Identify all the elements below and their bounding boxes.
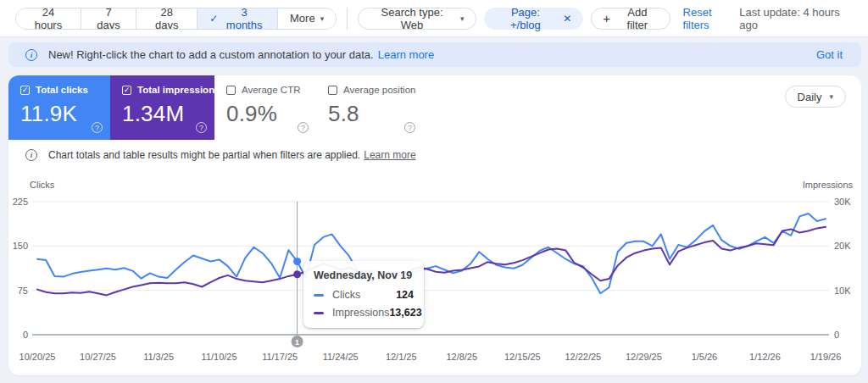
date-range-24-hours[interactable]: 24 hours <box>16 8 81 29</box>
help-icon[interactable]: ? <box>404 122 415 133</box>
svg-text:0: 0 <box>834 330 839 340</box>
metric-value: 0.9% <box>226 101 306 127</box>
date-range-28-days[interactable]: 28 days <box>136 8 197 29</box>
date-range-3-months[interactable]: ✓ 3 months <box>197 8 277 29</box>
note-learn-more-link[interactable]: Learn more <box>364 149 415 161</box>
svg-text:11/24/25: 11/24/25 <box>323 352 359 362</box>
help-icon[interactable]: ? <box>196 122 207 133</box>
metric-value: 11.9K <box>20 101 100 127</box>
tooltip-value: 124 <box>396 289 414 301</box>
tooltip-value: 13,623 <box>389 307 421 319</box>
svg-text:11/17/25: 11/17/25 <box>262 352 298 362</box>
svg-text:30K: 30K <box>834 197 851 207</box>
svg-text:1: 1 <box>295 338 299 347</box>
page-filter-chip[interactable]: Page: +/blog ✕ <box>484 8 584 30</box>
chart-tooltip: Wednesday, Nov 19 Clicks 124 Impressions… <box>303 261 424 328</box>
granularity-dropdown[interactable]: Daily ▾ <box>785 86 846 108</box>
tooltip-label: Impressions <box>332 307 389 319</box>
date-range-label: 3 months <box>223 8 265 30</box>
close-icon[interactable]: ✕ <box>563 13 571 25</box>
svg-text:10K: 10K <box>834 286 851 296</box>
note-text: Chart totals and table results might be … <box>48 149 360 161</box>
divider <box>347 8 348 30</box>
banner-text: New! Right-click the chart to add a cust… <box>48 48 374 61</box>
checkbox-checked-icon[interactable]: ✓ <box>20 86 30 95</box>
search-type-filter[interactable]: Search type: Web ▾ <box>358 8 476 30</box>
chevron-down-icon: ▾ <box>460 14 465 23</box>
date-range-label: 7 days <box>93 8 124 30</box>
page-content: i New! Right-click the chart to add a cu… <box>0 42 868 375</box>
last-update-text: Last update: 4 hours ago <box>739 6 858 31</box>
add-filter-label: Add filter <box>616 6 658 31</box>
date-range-label: 24 hours <box>28 8 69 30</box>
date-range-label: 28 days <box>148 8 185 30</box>
svg-text:12/8/25: 12/8/25 <box>446 352 477 362</box>
svg-text:12/1/25: 12/1/25 <box>386 352 417 362</box>
svg-text:Impressions: Impressions <box>803 180 854 190</box>
svg-text:150: 150 <box>13 241 28 251</box>
banner-learn-more-link[interactable]: Learn more <box>378 48 434 61</box>
plus-icon: + <box>603 11 610 25</box>
tooltip-row-impressions: Impressions 13,623 <box>314 307 414 319</box>
info-icon: i <box>25 149 37 161</box>
got-it-button[interactable]: Got it <box>816 48 843 61</box>
page-filter-label: Page: +/blog <box>496 6 556 31</box>
partial-data-note: i Chart totals and table results might b… <box>8 147 861 164</box>
reset-filters-link[interactable]: Reset filters <box>683 6 740 31</box>
search-type-label: Search type: Web <box>370 6 454 31</box>
metric-tile-average-position[interactable]: Average position 5.8 ? <box>316 75 423 140</box>
metric-value: 5.8 <box>328 101 413 127</box>
tooltip-label: Clicks <box>332 289 360 301</box>
metric-label: Average position <box>343 85 415 95</box>
annotation-banner: i New! Right-click the chart to add a cu… <box>8 42 861 67</box>
svg-text:11/3/25: 11/3/25 <box>143 352 174 362</box>
tooltip-row-clicks: Clicks 124 <box>314 289 414 301</box>
svg-text:1/12/26: 1/12/26 <box>749 352 781 362</box>
svg-text:20K: 20K <box>834 241 851 251</box>
date-range-group: 24 hours 7 days 28 days ✓ 3 months More … <box>15 8 337 30</box>
date-range-7-days[interactable]: 7 days <box>81 8 136 29</box>
tooltip-date: Wednesday, Nov 19 <box>314 269 414 281</box>
svg-text:Clicks: Clicks <box>30 180 55 190</box>
svg-text:1/19/26: 1/19/26 <box>810 352 842 362</box>
line-chart-svg[interactable]: 22530K15020K7510K00ClicksImpressions10/2… <box>8 177 861 370</box>
metric-label: Average CTR <box>242 85 300 95</box>
help-icon[interactable]: ? <box>298 122 309 133</box>
svg-text:75: 75 <box>18 286 28 296</box>
metric-label: Total impressions <box>137 85 220 95</box>
svg-text:1/5/26: 1/5/26 <box>692 352 718 362</box>
performance-chart[interactable]: 22530K15020K7510K00ClicksImpressions10/2… <box>8 177 861 370</box>
clicks-swatch-icon <box>314 294 324 297</box>
info-icon: i <box>25 49 37 61</box>
impressions-swatch-icon <box>314 312 324 314</box>
metric-label: Total clicks <box>36 85 88 95</box>
metrics-row: ✓ Total clicks 11.9K ? ✓ Total impressio… <box>8 75 861 140</box>
svg-text:12/15/25: 12/15/25 <box>504 352 541 362</box>
svg-text:11/10/25: 11/10/25 <box>202 352 237 362</box>
filter-bar: 24 hours 7 days 28 days ✓ 3 months More … <box>0 0 868 37</box>
checkbox-checked-icon[interactable]: ✓ <box>122 86 131 95</box>
checkbox-unchecked-icon[interactable] <box>328 86 337 95</box>
checkbox-unchecked-icon[interactable] <box>226 86 236 95</box>
checkmark-icon: ✓ <box>209 13 218 25</box>
date-range-more[interactable]: More ▾ <box>277 8 336 29</box>
chevron-down-icon: ▾ <box>320 14 325 23</box>
svg-text:12/22/25: 12/22/25 <box>565 352 601 362</box>
granularity-label: Daily <box>798 91 822 103</box>
date-range-label: More <box>290 12 315 25</box>
add-filter-button[interactable]: + Add filter <box>591 8 670 30</box>
metric-tile-total-clicks[interactable]: ✓ Total clicks 11.9K ? <box>8 75 110 140</box>
metric-tile-total-impressions[interactable]: ✓ Total impressions 1.34M ? <box>110 75 214 140</box>
help-icon[interactable]: ? <box>92 122 103 133</box>
performance-card: ✓ Total clicks 11.9K ? ✓ Total impressio… <box>8 75 861 375</box>
svg-text:225: 225 <box>13 197 28 207</box>
metric-value: 1.34M <box>122 101 204 127</box>
chevron-down-icon: ▾ <box>829 92 833 101</box>
svg-text:12/29/25: 12/29/25 <box>626 352 662 362</box>
svg-text:0: 0 <box>23 330 28 340</box>
metric-tile-average-ctr[interactable]: Average CTR 0.9% ? <box>214 75 316 140</box>
svg-text:10/27/25: 10/27/25 <box>80 352 116 362</box>
svg-text:10/20/25: 10/20/25 <box>19 352 56 362</box>
